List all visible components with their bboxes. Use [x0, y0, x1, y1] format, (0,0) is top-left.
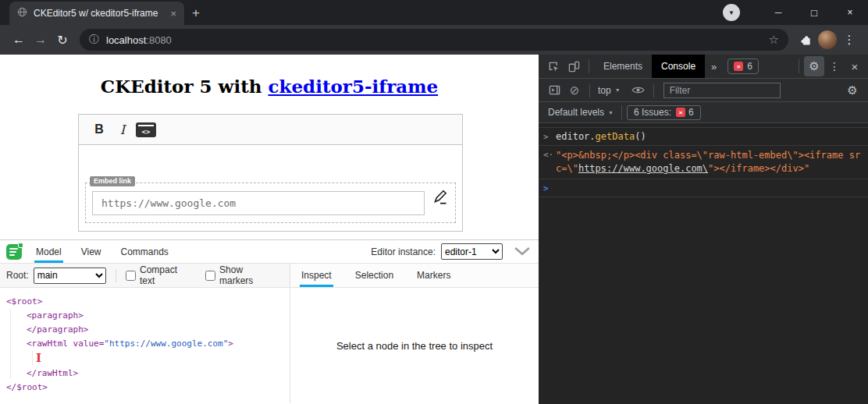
url-host: localhost — [106, 34, 146, 46]
inspect-element-icon[interactable] — [543, 56, 564, 76]
tree-node-paragraph-close[interactable]: </paragraph> — [6, 323, 290, 337]
extensions-puzzle-icon[interactable] — [795, 29, 816, 51]
more-tabs-icon[interactable]: » — [705, 61, 723, 73]
divider — [621, 105, 622, 119]
back-button[interactable]: ← — [8, 29, 30, 51]
eye-icon[interactable] — [628, 80, 649, 101]
settings-gear-icon[interactable]: ⚙ — [804, 56, 824, 76]
avatar-image — [818, 30, 837, 49]
window-close-button[interactable]: × — [832, 0, 868, 25]
console-result-arrow: <· — [543, 149, 556, 175]
root-select[interactable]: main — [34, 268, 106, 284]
default-levels-dropdown[interactable]: Default levels ▼ — [545, 107, 617, 118]
tree-node-rawhtml-open[interactable]: <rawHtml value="https://www.google.com"> — [6, 337, 290, 351]
console-sidebar-icon[interactable] — [544, 80, 564, 101]
console-prompt-chevron: > — [543, 183, 556, 193]
embed-url-value: https://www.google.com — [101, 197, 236, 209]
tab-model[interactable]: Model — [34, 240, 63, 263]
devtools-tabbar: Elements Console » × 6 ⚙ ⋮ × — [539, 55, 868, 79]
clear-console-icon[interactable]: ⊘ — [564, 80, 585, 101]
error-count-badge[interactable]: × 6 — [727, 58, 759, 74]
console-result-link[interactable]: https://www.google.com\ — [578, 163, 708, 174]
compact-text-checkbox[interactable]: Compact text — [126, 264, 194, 286]
tree-node-root-open[interactable]: <$root> — [6, 295, 290, 309]
devtools-tabbar-right: ⚙ ⋮ × — [794, 56, 868, 76]
window-minimize-button[interactable]: ─ — [760, 0, 796, 25]
show-markers-box[interactable] — [205, 271, 215, 281]
console-settings-gear-icon[interactable]: ⚙ — [842, 80, 863, 101]
devtools-panel: Elements Console » × 6 ⚙ ⋮ × ⊘ top ▼ — [539, 55, 868, 404]
browser-toolbar: ← → ↻ ⓘ localhost :8080 ☆ ⋮ — [0, 25, 868, 55]
model-controls: Root: main Compact text Show markers — [0, 264, 290, 287]
page-content: CKEditor 5 with ckeditor5-iframe B I <> … — [0, 55, 539, 404]
page-title-text: CKEditor 5 with — [101, 76, 269, 97]
console-infobar: Default levels ▼ 6 Issues: × 6 — [539, 102, 868, 123]
divider — [589, 59, 589, 73]
profile-avatar[interactable] — [816, 29, 838, 51]
tab-selection[interactable]: Selection — [354, 264, 395, 287]
download-indicator-icon[interactable]: ▼ — [723, 4, 740, 21]
console-input-row[interactable]: > editor.getData() — [539, 127, 868, 146]
tree-node-rawhtml-close[interactable]: </rawHtml> — [6, 367, 290, 381]
new-tab-button[interactable]: + — [192, 5, 200, 21]
editor-instance-label: Editor instance: — [371, 246, 436, 257]
tab-close-icon[interactable]: × — [170, 8, 176, 19]
context-selector[interactable]: top ▼ — [595, 85, 624, 96]
tab-inspect[interactable]: Inspect — [300, 264, 333, 287]
editor-instance-select[interactable]: editor-1 — [441, 243, 503, 260]
ckeditor5-iframe-link[interactable]: ckeditor5-iframe — [268, 76, 438, 97]
tab-markers[interactable]: Markers — [415, 264, 452, 287]
favicon-globe-icon — [17, 6, 27, 20]
embed-link-label: Embed link — [90, 176, 135, 186]
tree-node-root-close[interactable]: </$root> — [6, 381, 290, 395]
devtools-menu-icon[interactable]: ⋮ — [824, 56, 845, 76]
site-info-icon[interactable]: ⓘ — [89, 33, 99, 47]
model-tree[interactable]: <$root> <paragraph> </paragraph> <rawHtm… — [0, 288, 290, 403]
ckeditor-inspector: Model View Commands Editor instance: edi… — [0, 239, 539, 404]
show-markers-checkbox[interactable]: Show markers — [205, 264, 279, 286]
divider — [653, 83, 654, 97]
forward-button[interactable]: → — [30, 29, 52, 51]
html-embed-button[interactable]: <> — [134, 118, 158, 141]
tab-commands[interactable]: Commands — [119, 240, 169, 263]
ckeditor-toolbar: B I <> — [79, 115, 462, 145]
console-result-string: "<p>&nbsp;</p><div class=\"raw-html-embe… — [556, 149, 863, 175]
tree-node-paragraph-open[interactable]: <paragraph> — [6, 309, 290, 323]
divider — [799, 59, 799, 73]
inspector-body: <$root> <paragraph> </paragraph> <rawHtm… — [0, 288, 539, 403]
issues-chip[interactable]: 6 Issues: × 6 — [627, 105, 701, 120]
divider — [116, 269, 116, 282]
ckeditor-logo-icon — [6, 244, 22, 260]
html-embed-icon: <> — [136, 122, 156, 137]
tab-title: CKEditor5 w/ ckeditor5-iframe — [34, 8, 164, 19]
divider — [589, 83, 590, 97]
devtools-close-icon[interactable]: × — [845, 56, 865, 76]
devtools-tab-elements[interactable]: Elements — [594, 55, 652, 78]
devtools-tab-console[interactable]: Console — [652, 55, 705, 78]
console-filter-input[interactable] — [663, 83, 781, 98]
bookmark-star-icon[interactable]: ☆ — [769, 33, 779, 47]
reload-button[interactable]: ↻ — [52, 29, 73, 51]
ckeditor-content-area[interactable]: Embed link https://www.google.com — [79, 145, 462, 231]
console-input-chevron: > — [543, 131, 556, 142]
embed-url-input[interactable]: https://www.google.com — [92, 191, 425, 215]
tab-strip: CKEditor5 w/ ckeditor5-iframe × + ▼ ─ □ … — [0, 0, 868, 25]
console-prompt-row[interactable]: > — [539, 179, 868, 197]
chevron-down-icon[interactable] — [514, 247, 531, 256]
ckeditor-widget: B I <> Embed link https://www.google.com — [78, 114, 463, 232]
tab-view[interactable]: View — [80, 240, 103, 263]
caret-down-icon: ▼ — [608, 110, 614, 115]
console-log[interactable]: > editor.getData() <· "<p>&nbsp;</p><div… — [539, 123, 868, 404]
browser-tab[interactable]: CKEditor5 w/ ckeditor5-iframe × — [9, 2, 184, 25]
embed-widget[interactable]: Embed link https://www.google.com — [85, 183, 456, 223]
italic-button[interactable]: I — [111, 118, 134, 141]
device-toolbar-icon[interactable] — [564, 56, 584, 76]
address-bar[interactable]: ⓘ localhost :8080 ☆ — [80, 29, 788, 51]
error-icon: × — [734, 62, 743, 71]
console-result-row[interactable]: <· "<p>&nbsp;</p><div class=\"raw-html-e… — [539, 146, 868, 179]
compact-text-box[interactable] — [126, 271, 136, 281]
edit-pencil-icon[interactable] — [432, 190, 447, 207]
bold-button[interactable]: B — [87, 118, 111, 141]
window-maximize-button[interactable]: □ — [796, 0, 832, 25]
browser-menu-icon[interactable]: ⋮ — [838, 29, 860, 51]
